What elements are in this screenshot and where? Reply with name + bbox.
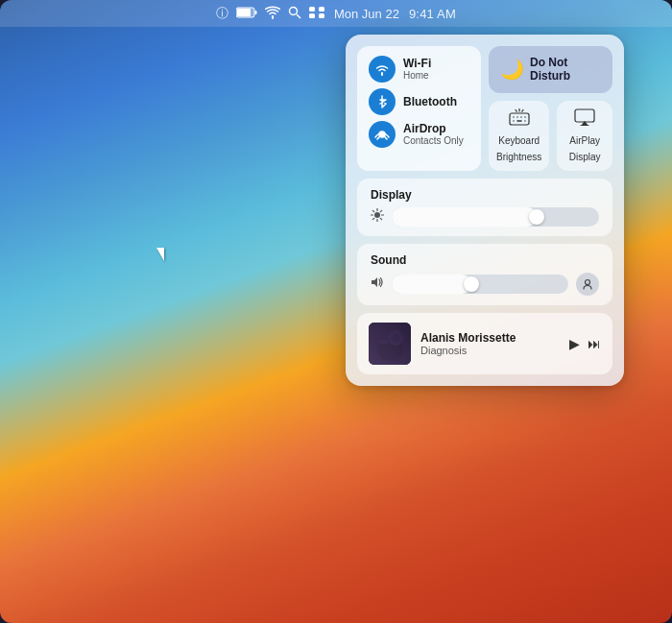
display-slider-row [371, 207, 599, 227]
now-playing-track: Diagnosis [420, 345, 560, 356]
do-not-disturb-card[interactable]: 🌙 Do Not Disturb [489, 46, 612, 93]
now-playing-title: Alanis Morissette [420, 331, 560, 345]
svg-rect-8 [319, 13, 324, 18]
display-label: Display [371, 188, 599, 202]
now-playing-controls: ▶ ⏭ [569, 336, 601, 351]
bluetooth-label: Bluetooth [403, 95, 457, 108]
control-center-icon[interactable] [309, 7, 324, 21]
wifi-text: Wi-Fi Home [403, 57, 431, 82]
svg-rect-2 [254, 11, 256, 14]
battery-icon[interactable] [236, 7, 257, 21]
svg-rect-10 [510, 113, 529, 125]
sound-slider-fill [392, 275, 471, 294]
now-playing-text: Alanis Morissette Diagnosis [420, 331, 560, 356]
sound-slider-row [371, 273, 599, 296]
svg-line-4 [297, 14, 300, 18]
keyboard-brightness-label2: Brightness [496, 151, 541, 163]
svg-rect-6 [309, 13, 315, 18]
keyboard-brightness-card[interactable]: Keyboard Brightness [489, 101, 549, 171]
airdrop-item[interactable]: AirDrop Contacts Only [369, 121, 469, 148]
menubar: ⓘ [0, 0, 672, 27]
dnd-label1: Do Not [530, 56, 570, 69]
display-slider-fill [392, 207, 537, 227]
svg-line-29 [380, 211, 381, 212]
svg-line-19 [516, 109, 516, 111]
sound-slider-track[interactable] [392, 275, 568, 294]
now-playing-card: Alanis Morissette Diagnosis ▶ ⏭ [357, 313, 612, 374]
moon-icon: 🌙 [500, 58, 524, 81]
svg-rect-21 [575, 109, 594, 122]
wifi-item[interactable]: Wi-Fi Home [369, 56, 469, 83]
svg-point-35 [392, 334, 399, 342]
sound-output-icon[interactable] [576, 273, 599, 296]
network-card: Wi-Fi Home Bluetooth [357, 46, 481, 171]
airplay-display-label2: Display [569, 151, 601, 163]
album-art [369, 323, 411, 365]
airplay-display-label1: AirPlay [569, 134, 600, 147]
display-slider-thumb[interactable] [529, 209, 544, 225]
dnd-top: 🌙 Do Not Disturb [500, 56, 601, 84]
sound-section: Sound [357, 244, 612, 305]
right-column: 🌙 Do Not Disturb [489, 46, 612, 171]
svg-line-20 [521, 109, 522, 111]
svg-line-28 [380, 219, 381, 220]
info-icon[interactable]: ⓘ [216, 5, 228, 22]
wifi-button[interactable] [369, 56, 396, 83]
bluetooth-button[interactable] [369, 88, 396, 115]
airdrop-button[interactable] [369, 121, 396, 148]
icon-cards-row: Keyboard Brightness AirPlay Display [489, 101, 612, 171]
display-section: Display [357, 179, 612, 236]
svg-rect-5 [309, 7, 315, 12]
svg-line-30 [372, 219, 373, 220]
wifi-sublabel: Home [403, 70, 431, 82]
airplay-display-icon [574, 108, 595, 131]
airdrop-text: AirDrop Contacts Only [403, 122, 464, 147]
menubar-clock: 9:41 AM [409, 7, 456, 21]
menubar-date: Mon Jun 22 [334, 7, 399, 21]
keyboard-brightness-label1: Keyboard [498, 134, 540, 147]
volume-icon [371, 276, 384, 291]
svg-line-27 [372, 211, 373, 212]
bluetooth-text: Bluetooth [403, 95, 457, 108]
skip-button[interactable]: ⏭ [588, 336, 601, 351]
dnd-text: Do Not Disturb [530, 56, 570, 84]
airdrop-sublabel: Contacts Only [403, 135, 464, 147]
airdrop-label: AirDrop [403, 122, 464, 135]
svg-point-33 [376, 338, 403, 361]
svg-point-34 [388, 330, 403, 346]
brightness-icon [371, 208, 384, 225]
play-button[interactable]: ▶ [569, 336, 580, 351]
bluetooth-item[interactable]: Bluetooth [369, 88, 469, 115]
cursor [156, 248, 164, 261]
dnd-label2: Disturb [530, 69, 570, 83]
sound-label: Sound [371, 253, 599, 267]
svg-rect-1 [237, 9, 251, 16]
airplay-display-card[interactable]: AirPlay Display [557, 101, 612, 171]
svg-rect-32 [369, 323, 411, 365]
control-center-panel: Wi-Fi Home Bluetooth [346, 35, 624, 386]
sound-slider-thumb[interactable] [464, 276, 479, 292]
svg-point-3 [289, 7, 297, 14]
wifi-icon[interactable] [265, 6, 280, 22]
svg-point-22 [374, 212, 380, 218]
wifi-label: Wi-Fi [403, 57, 431, 70]
search-icon[interactable] [288, 6, 301, 22]
keyboard-brightness-icon [509, 108, 530, 131]
display-slider-track[interactable] [392, 207, 599, 227]
svg-point-31 [586, 279, 590, 284]
svg-rect-7 [319, 7, 324, 12]
